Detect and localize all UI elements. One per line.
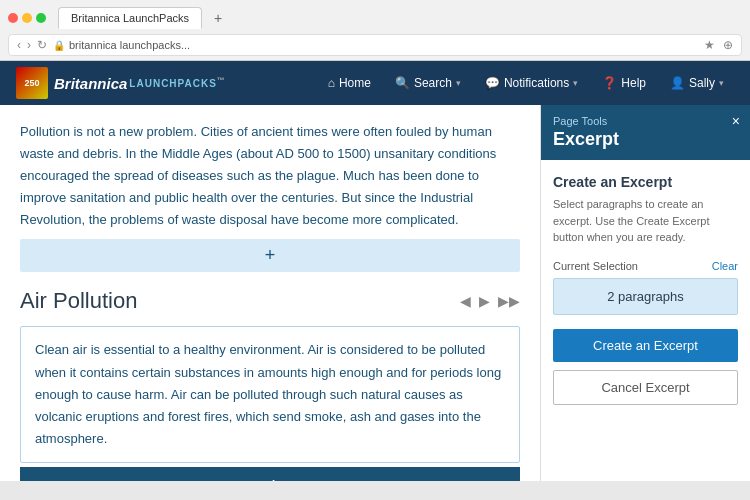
nav-notifications[interactable]: 💬 Notifications ▾ [475, 70, 588, 96]
logo-area: 250 Britannica LaunchPacks™ [16, 67, 226, 99]
search-icon: 🔍 [395, 76, 410, 90]
app-header: 250 Britannica LaunchPacks™ ⌂ Home 🔍 Sea… [0, 61, 750, 105]
selected-bar: ✓ [20, 467, 520, 481]
clear-link[interactable]: Clear [712, 260, 738, 272]
selection-count-box: 2 paragraphs [553, 278, 738, 315]
home-icon: ⌂ [328, 76, 335, 90]
panel-body: Create an Excerpt Select paragraphs to c… [541, 160, 750, 481]
back-button[interactable]: ‹ [17, 38, 21, 52]
search-arrow-icon: ▾ [456, 78, 461, 88]
url-bar[interactable]: 🔒 britannica launchpacks... [53, 39, 698, 51]
user-arrow-icon: ▾ [719, 78, 724, 88]
selected-checkmark: ✓ [264, 476, 277, 481]
forward-button[interactable]: › [27, 38, 31, 52]
logo-product: LaunchPacks™ [129, 76, 225, 89]
cancel-excerpt-button[interactable]: Cancel Excerpt [553, 370, 738, 405]
add-paragraph-button[interactable]: + [265, 245, 276, 266]
notifications-arrow-icon: ▾ [573, 78, 578, 88]
panel-header: Page Tools Excerpt × [541, 105, 750, 160]
panel-header-label: Page Tools [553, 115, 738, 127]
lock-icon: 🔒 [53, 40, 65, 51]
maximize-dot[interactable] [36, 13, 46, 23]
ext-icon[interactable]: ⊕ [723, 38, 733, 52]
logo-brand: Britannica [54, 75, 127, 92]
nav-user[interactable]: 👤 Sally ▾ [660, 70, 734, 96]
panel-header-title: Excerpt [553, 129, 738, 150]
panel-description: Select paragraphs to create an excerpt. … [553, 196, 738, 246]
nav-bar: ⌂ Home 🔍 Search ▾ 💬 Notifications ▾ ❓ He… [318, 70, 734, 96]
section-title: Air Pollution ◀ ▶ ▶▶ [20, 288, 520, 314]
nav-search[interactable]: 🔍 Search ▾ [385, 70, 471, 96]
section-nav: ◀ ▶ ▶▶ [460, 293, 520, 309]
current-selection-row: Current Selection Clear [553, 260, 738, 272]
star-icon[interactable]: ★ [704, 38, 715, 52]
current-selection-label: Current Selection [553, 260, 638, 272]
user-icon: 👤 [670, 76, 685, 90]
paragraph-2: Clean air is essential to a healthy envi… [35, 339, 505, 449]
main-content: Pollution is not a new problem. Cities o… [0, 105, 540, 481]
help-icon: ❓ [602, 76, 617, 90]
notifications-icon: 💬 [485, 76, 500, 90]
nav-home[interactable]: ⌂ Home [318, 70, 381, 96]
prev-button[interactable]: ◀ [460, 293, 471, 309]
url-text: britannica launchpacks... [69, 39, 190, 51]
close-dot[interactable] [8, 13, 18, 23]
create-excerpt-button[interactable]: Create an Excerpt [553, 329, 738, 362]
add-btn-row: + [20, 239, 520, 272]
active-tab[interactable]: Britannica LaunchPacks [58, 7, 202, 29]
refresh-button[interactable]: ↻ [37, 38, 47, 52]
paragraph-1: Pollution is not a new problem. Cities o… [20, 121, 520, 231]
panel-section-title: Create an Excerpt [553, 174, 738, 190]
next-button[interactable]: ▶▶ [498, 293, 520, 309]
panel-close-button[interactable]: × [732, 113, 740, 129]
minimize-dot[interactable] [22, 13, 32, 23]
paragraph-2-box: Clean air is essential to a healthy envi… [20, 326, 520, 462]
side-panel: Page Tools Excerpt × Create an Excerpt S… [540, 105, 750, 481]
play-button[interactable]: ▶ [479, 293, 490, 309]
nav-help[interactable]: ❓ Help [592, 70, 656, 96]
new-tab-button[interactable]: + [206, 6, 230, 30]
logo-badge: 250 [16, 67, 48, 99]
